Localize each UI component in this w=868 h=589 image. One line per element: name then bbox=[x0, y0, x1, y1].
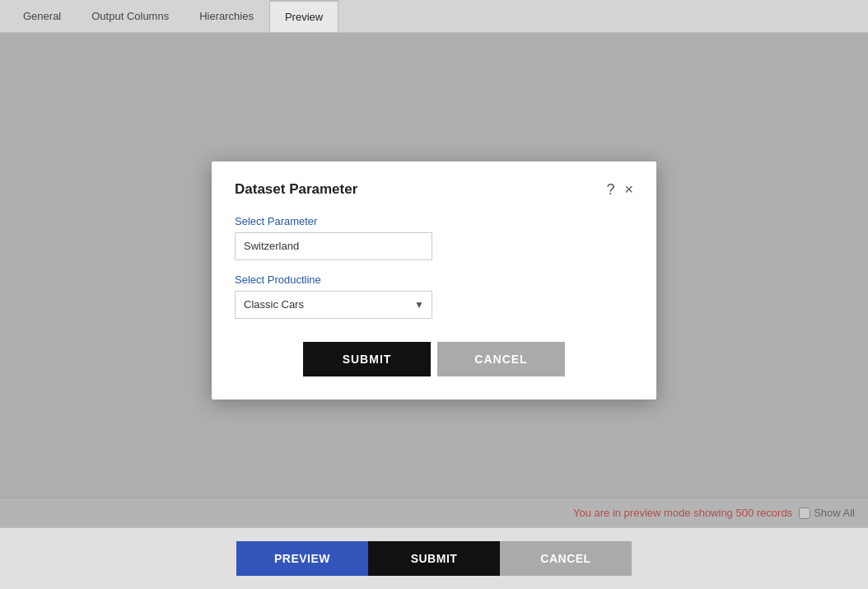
tab-output-columns[interactable]: Output Columns bbox=[77, 0, 184, 32]
dialog-submit-button[interactable]: SUBMIT bbox=[303, 342, 431, 376]
dialog-header-icons: ? × bbox=[606, 181, 633, 199]
select-parameter-label: Select Parameter bbox=[235, 215, 633, 227]
tab-general[interactable]: General bbox=[8, 0, 77, 32]
dialog-cancel-button[interactable]: CANCEL bbox=[437, 342, 565, 376]
dataset-parameter-dialog: Dataset Parameter ? × Select Parameter S… bbox=[212, 161, 656, 400]
dialog-header: Dataset Parameter ? × bbox=[235, 181, 633, 199]
main-area: Dataset Parameter ? × Select Parameter S… bbox=[0, 33, 868, 527]
close-button[interactable]: × bbox=[624, 181, 633, 199]
select-productline-select[interactable]: Classic Cars Motorcycles Planes Ships Tr… bbox=[235, 291, 432, 319]
help-button[interactable]: ? bbox=[606, 181, 614, 199]
tab-preview[interactable]: Preview bbox=[269, 0, 338, 32]
select-productline-label: Select Productline bbox=[235, 273, 633, 286]
bottom-submit-button[interactable]: SUBMIT bbox=[368, 541, 500, 576]
dialog-buttons: SUBMIT CANCEL bbox=[235, 342, 633, 376]
tab-hierarchies[interactable]: Hierarchies bbox=[184, 0, 269, 32]
tabs-bar: General Output Columns Hierarchies Previ… bbox=[0, 0, 868, 33]
dialog-title: Dataset Parameter bbox=[235, 181, 357, 198]
select-productline-wrapper: Classic Cars Motorcycles Planes Ships Tr… bbox=[235, 291, 432, 319]
select-parameter-input[interactable] bbox=[235, 232, 432, 260]
bottom-cancel-button[interactable]: CANCEL bbox=[500, 541, 632, 576]
modal-overlay: Dataset Parameter ? × Select Parameter S… bbox=[0, 33, 868, 527]
bottom-action-bar: PREVIEW SUBMIT CANCEL bbox=[0, 527, 868, 589]
bottom-preview-button[interactable]: PREVIEW bbox=[236, 541, 368, 576]
